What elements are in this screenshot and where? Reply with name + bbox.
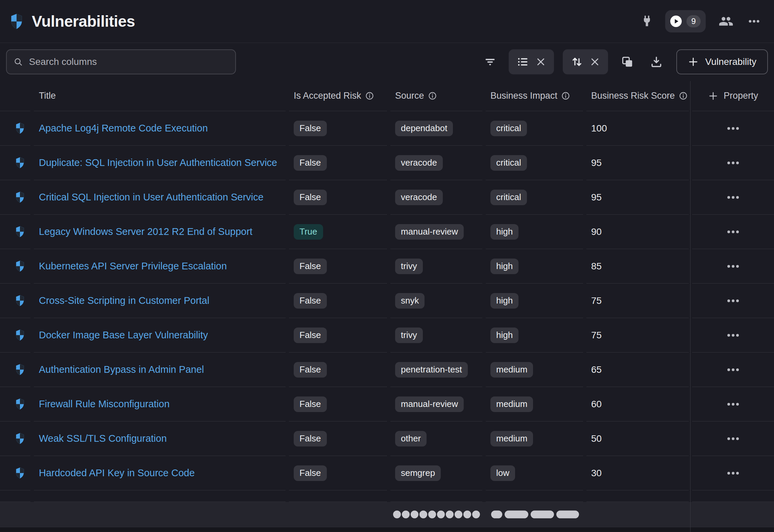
column-header-source[interactable]: Source [390, 81, 482, 111]
business-risk-score-value: 75 [591, 330, 602, 341]
integrations-plug-button[interactable] [639, 12, 654, 31]
copy-icon [621, 55, 634, 68]
table-row: Critical SQL Injection in User Authentic… [0, 180, 774, 215]
table-row: Legacy Windows Server 2012 R2 End of Sup… [0, 215, 774, 249]
row-actions-menu-button[interactable] [723, 122, 744, 135]
filter-icon [484, 56, 496, 68]
row-actions-menu-button[interactable] [723, 329, 744, 341]
runs-button[interactable]: 9 [665, 10, 706, 32]
row-actions-menu-button[interactable] [723, 295, 744, 307]
row-business-impact-cell: medium [486, 387, 583, 421]
table-footer [0, 502, 774, 527]
more-options-button[interactable] [745, 12, 763, 31]
info-icon[interactable] [561, 92, 570, 100]
row-business-impact-cell: high [486, 284, 583, 318]
info-icon[interactable] [679, 92, 687, 100]
ellipsis-icon [727, 299, 730, 302]
business-impact-badge: low [490, 465, 515, 481]
ellipsis-icon [727, 196, 730, 199]
row-title-cell: Authentication Bypass in Admin Panel [34, 353, 286, 387]
row-business-impact-cell: critical [486, 146, 583, 180]
vulnerability-title-link[interactable]: Duplicate: SQL Injection in User Authent… [39, 157, 277, 168]
vulnerability-title-link[interactable]: Authentication Bypass in Admin Panel [39, 364, 204, 375]
business-impact-badge: high [490, 293, 518, 309]
row-actions-menu-button[interactable] [723, 467, 744, 479]
row-actions-menu-button[interactable] [723, 260, 744, 272]
group-by-active-filter[interactable] [509, 49, 554, 74]
row-business-impact-cell: medium [486, 421, 583, 456]
skeleton-dot [393, 511, 401, 518]
source-badge: manual-review [395, 224, 464, 240]
vulnerability-title-link[interactable]: Apache Log4j Remote Code Execution [39, 123, 208, 134]
ellipsis-icon [727, 127, 730, 130]
row-business-risk-score-cell: 95 [586, 146, 689, 180]
skeleton-dot [411, 511, 418, 518]
row-title-cell: Critical SQL Injection in User Authentic… [34, 180, 286, 215]
pagination-loading-skeleton [393, 511, 581, 518]
row-title-cell: Firewall Rule Misconfiguration [34, 387, 286, 421]
skeleton-dot [463, 511, 471, 518]
info-icon[interactable] [428, 92, 437, 100]
row-actions-menu-button[interactable] [723, 433, 744, 445]
search-columns-input[interactable] [28, 56, 228, 68]
header-icon-spacer [0, 81, 30, 111]
business-impact-badge: medium [490, 362, 533, 378]
source-badge: trivy [395, 328, 423, 343]
table-row: Cross-Site Scripting in Customer Portal … [0, 284, 774, 318]
table-row: Docker Image Base Layer Vulnerability Fa… [0, 318, 774, 353]
row-icon-cell [0, 318, 30, 353]
row-business-risk-score-cell: 50 [586, 421, 689, 456]
skeleton-dot [455, 511, 462, 518]
column-header-business-risk-score[interactable]: Business Risk Score [586, 81, 689, 111]
add-vulnerability-button[interactable]: Vulnerability [676, 49, 768, 74]
vulnerability-title-link[interactable]: Kubernetes API Server Privilege Escalati… [39, 261, 227, 272]
ellipsis-icon [727, 265, 730, 268]
table-row: Weak SSL/TLS Configuration False other m… [0, 421, 774, 456]
column-header-title[interactable]: Title [34, 81, 286, 111]
skeleton-dot [446, 511, 454, 518]
source-badge: semgrep [395, 465, 441, 481]
copy-button[interactable] [618, 52, 637, 72]
column-header-business-impact[interactable]: Business Impact [486, 81, 583, 111]
info-icon[interactable] [365, 92, 374, 100]
clear-icon[interactable] [536, 57, 546, 67]
users-button[interactable] [717, 12, 735, 31]
filter-button[interactable] [480, 52, 500, 72]
vulnerability-title-link[interactable]: Docker Image Base Layer Vulnerability [39, 330, 208, 341]
vulnerability-title-link[interactable]: Weak SSL/TLS Configuration [39, 433, 167, 444]
table-row: Duplicate: SQL Injection in User Authent… [0, 146, 774, 180]
source-badge: veracode [395, 155, 443, 171]
clear-icon[interactable] [590, 57, 600, 67]
column-header-is-accepted-risk[interactable]: Is Accepted Risk [289, 81, 387, 111]
row-source-cell: trivy [390, 249, 482, 284]
vulnerability-title-link[interactable]: Firewall Rule Misconfiguration [39, 398, 170, 410]
row-title-cell: Apache Log4j Remote Code Execution [34, 111, 286, 146]
row-actions-menu-button[interactable] [723, 364, 744, 376]
vulnerability-title-link[interactable]: Critical SQL Injection in User Authentic… [39, 192, 264, 203]
list-icon [517, 56, 529, 68]
row-actions-menu-button[interactable] [723, 157, 744, 169]
vulnerability-title-link[interactable]: Legacy Windows Server 2012 R2 End of Sup… [39, 226, 252, 237]
business-impact-badge: critical [490, 121, 527, 136]
row-accepted-risk-cell: False [289, 146, 387, 180]
vulnerability-title-link[interactable]: Cross-Site Scripting in Customer Portal [39, 295, 209, 306]
row-actions-menu-button[interactable] [723, 191, 744, 203]
row-icon-cell [0, 284, 30, 318]
download-button[interactable] [647, 52, 666, 72]
row-title-cell: Duplicate: SQL Injection in User Authent… [34, 146, 286, 180]
sort-active-filter[interactable] [563, 49, 608, 74]
business-risk-score-value: 50 [591, 433, 602, 444]
row-menu-cell [692, 456, 774, 490]
row-icon-cell [0, 249, 30, 284]
vulnerability-title-link[interactable]: Hardcoded API Key in Source Code [39, 467, 195, 479]
is-accepted-risk-badge: False [294, 431, 327, 446]
add-property-header[interactable]: Property [692, 81, 774, 111]
search-columns-field[interactable] [6, 49, 236, 74]
row-actions-menu-button[interactable] [723, 226, 744, 238]
row-title-cell: Weak SSL/TLS Configuration [34, 421, 286, 456]
ellipsis-icon [727, 368, 730, 371]
run-count-badge: 9 [686, 15, 701, 27]
row-actions-menu-button[interactable] [723, 398, 744, 410]
row-business-impact-cell: critical [486, 180, 583, 215]
skeleton-pill [531, 511, 554, 518]
